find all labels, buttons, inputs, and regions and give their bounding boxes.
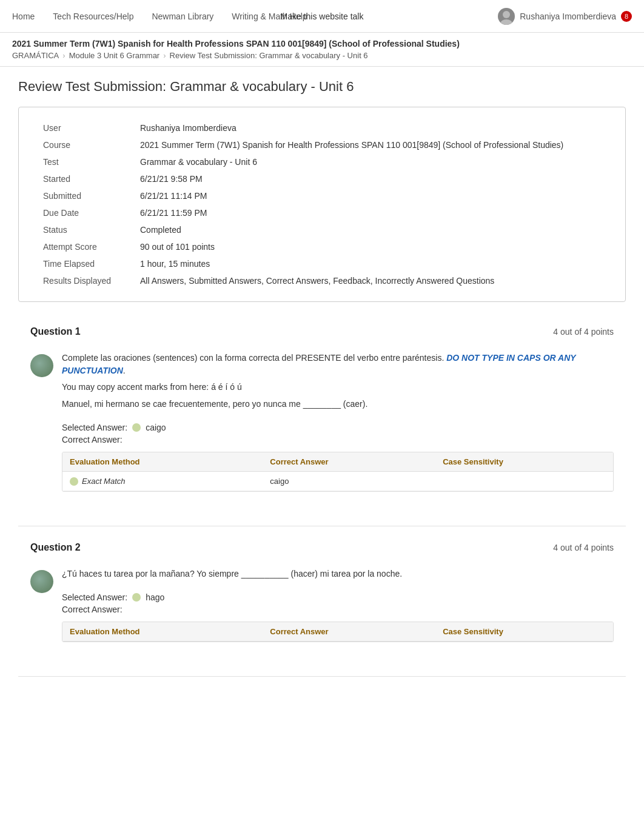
breadcrumb-item-1[interactable]: GRAMÁTICA (12, 51, 59, 60)
eval-method-value: Exact Match (82, 477, 126, 486)
info-label: Attempt Score (37, 238, 134, 255)
question-title: Question 2 (30, 542, 81, 553)
svg-point-1 (500, 19, 512, 25)
question-text: Manuel, mi hermano se cae frecuentemente… (62, 398, 614, 411)
eval-table: Evaluation Method Correct Answer Case Se… (62, 452, 613, 491)
selected-answer-row: Selected Answer: hago (62, 592, 614, 602)
question-body: ¿Tú haces tu tarea por la mañana? Yo sie… (30, 562, 614, 648)
caps-warning: DO NOT TYPE IN CAPS OR ANY PUNCTUATION (62, 353, 575, 375)
eval-sensitivity-value (435, 472, 613, 491)
submission-info-box: UserRushaniya ImomberdievaCourse2021 Sum… (18, 107, 626, 302)
eval-col-answer: Correct Answer (263, 622, 435, 642)
eval-col-sensitivity: Case Sensitivity (435, 452, 613, 472)
question-content: ¿Tú haces tu tarea por la mañana? Yo sie… (62, 568, 614, 642)
info-label: Time Elapsed (37, 255, 134, 272)
nav-home[interactable]: Home (12, 12, 35, 21)
breadcrumb-section: 2021 Summer Term (7W1) Spanish for Healt… (0, 33, 644, 67)
section-divider (18, 676, 626, 677)
nav-badge: 8 (621, 11, 632, 22)
breadcrumb-item-3: Review Test Submission: Grammar & vocabu… (170, 51, 368, 60)
correct-answer-row: Correct Answer: (62, 435, 614, 444)
breadcrumb-sep-1: › (62, 51, 65, 60)
info-row: Time Elapsed1 hour, 15 minutes (37, 255, 607, 272)
question-text: ¿Tú haces tu tarea por la mañana? Yo sie… (62, 568, 614, 580)
info-row: UserRushaniya Imomberdieva (37, 119, 607, 136)
info-label: Results Displayed (37, 272, 134, 289)
question-instruction: Complete las oraciones (sentences) con l… (62, 352, 614, 377)
question-block-2: Question 2 4 out of 4 points ¿Tú haces t… (18, 532, 626, 658)
info-label: Due Date (37, 204, 134, 221)
breadcrumb: GRAMÁTICA › Module 3 Unit 6 Grammar › Re… (12, 51, 632, 60)
selected-answer-value: caigo (146, 423, 166, 432)
info-value: Rushaniya Imomberdieva (134, 119, 607, 136)
info-row: Results DisplayedAll Answers, Submitted … (37, 272, 607, 289)
correct-answer-label: Correct Answer: (62, 435, 122, 444)
question-header-2: Question 2 4 out of 4 points (30, 542, 614, 553)
main-content: Review Test Submission: Grammar & vocabu… (0, 67, 644, 695)
info-value: 6/21/21 11:14 PM (134, 187, 607, 204)
info-row: StatusCompleted (37, 221, 607, 238)
nav-newman-library[interactable]: Newman Library (152, 12, 213, 21)
nav-center-label: Make this website talk (281, 12, 364, 21)
accent-marks: You may copy accent marks from here: á é… (62, 382, 614, 392)
selected-answer-label: Selected Answer: (62, 423, 127, 432)
nav-tech-resources[interactable]: Tech Resources/Help (53, 12, 133, 21)
course-title: 2021 Summer Term (7W1) Spanish for Healt… (12, 39, 632, 49)
info-value: 2021 Summer Term (7W1) Spanish for Healt… (134, 136, 607, 153)
answer-section: Selected Answer: caigo Correct Answer: E… (62, 423, 614, 492)
question-header-1: Question 1 4 out of 4 points (30, 326, 614, 337)
selected-answer-value: hago (146, 592, 164, 602)
page-title: Review Test Submission: Grammar & vocabu… (18, 79, 626, 95)
info-row: Due Date6/21/21 11:59 PM (37, 204, 607, 221)
question-avatar (30, 354, 53, 377)
info-row: Submitted6/21/21 11:14 PM (37, 187, 607, 204)
question-avatar (30, 570, 53, 593)
answer-dot (132, 593, 141, 602)
eval-col-method: Evaluation Method (62, 452, 263, 472)
correct-answer-row: Correct Answer: (62, 605, 614, 614)
breadcrumb-item-2[interactable]: Module 3 Unit 6 Grammar (69, 51, 160, 60)
info-row: Started6/21/21 9:58 PM (37, 170, 607, 187)
info-value: Grammar & vocabulary - Unit 6 (134, 153, 607, 170)
nav-items: Home Tech Resources/Help Make this websi… (12, 8, 632, 25)
info-value: Completed (134, 221, 607, 238)
answer-dot (132, 423, 141, 432)
nav-right: Rushaniya Imomberdieva 8 (498, 8, 632, 25)
eval-table: Evaluation Method Correct Answer Case Se… (62, 622, 613, 642)
info-label: Course (37, 136, 134, 153)
nav-username: Rushaniya Imomberdieva (520, 12, 616, 21)
info-value: 90 out of 101 points (134, 238, 607, 255)
info-value: 6/21/21 9:58 PM (134, 170, 607, 187)
eval-col-sensitivity: Case Sensitivity (435, 622, 613, 642)
info-value: 6/21/21 11:59 PM (134, 204, 607, 221)
question-content: Complete las oraciones (sentences) con l… (62, 352, 614, 492)
eval-dot (70, 477, 78, 486)
info-label: User (37, 119, 134, 136)
eval-col-answer: Correct Answer (263, 452, 435, 472)
correct-answer-label: Correct Answer: (62, 605, 122, 614)
nav-bar: Home Tech Resources/Help Make this websi… (0, 0, 644, 33)
eval-answer-value: caigo (263, 472, 435, 491)
info-value: All Answers, Submitted Answers, Correct … (134, 272, 607, 289)
eval-method-cell: Exact Match (62, 472, 263, 491)
avatar (498, 8, 515, 25)
info-row: Course2021 Summer Term (7W1) Spanish for… (37, 136, 607, 153)
info-label: Started (37, 170, 134, 187)
info-label: Status (37, 221, 134, 238)
eval-col-method: Evaluation Method (62, 622, 263, 642)
info-label: Test (37, 153, 134, 170)
eval-table-wrapper: Evaluation Method Correct Answer Case Se… (62, 622, 614, 642)
breadcrumb-sep-2: › (163, 51, 166, 60)
svg-point-0 (503, 11, 510, 18)
info-value: 1 hour, 15 minutes (134, 255, 607, 272)
info-row: TestGrammar & vocabulary - Unit 6 (37, 153, 607, 170)
question-body: Complete las oraciones (sentences) con l… (30, 346, 614, 498)
selected-answer-label: Selected Answer: (62, 592, 127, 602)
eval-table-wrapper: Evaluation Method Correct Answer Case Se… (62, 452, 614, 492)
answer-section: Selected Answer: hago Correct Answer: Ev… (62, 592, 614, 642)
question-block-1: Question 1 4 out of 4 points Complete la… (18, 317, 626, 508)
info-row: Attempt Score90 out of 101 points (37, 238, 607, 255)
section-divider (18, 526, 626, 526)
info-label: Submitted (37, 187, 134, 204)
eval-table-row: Exact Match caigo (62, 472, 613, 491)
